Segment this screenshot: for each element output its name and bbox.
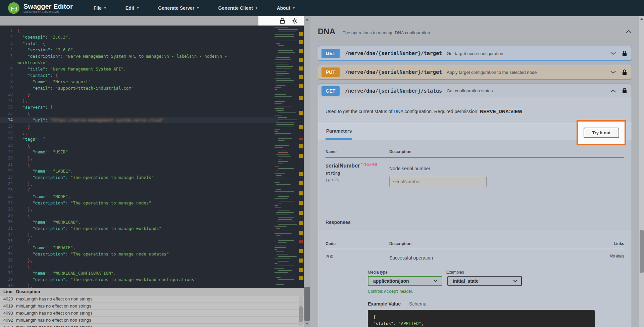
- code-editor[interactable]: 1{2 "openapi": "3.0.3",3 "info": {4 "ver…: [0, 26, 304, 288]
- warning-marker[interactable]: [299, 259, 303, 263]
- problems-scrollbar-thumb[interactable]: [299, 306, 303, 322]
- problem-row[interactable]: 4092minLength has no effect on non strin…: [0, 317, 304, 324]
- code-line[interactable]: 4 "version": "2.6.0",: [0, 47, 279, 53]
- opblock-put-target-header[interactable]: PUT /nerve/dna/{serialNumber}/target App…: [318, 65, 632, 79]
- lock-icon[interactable]: [622, 88, 627, 94]
- warning-markers-gutter[interactable]: [299, 26, 304, 288]
- code-line[interactable]: 26 "name": "NODE",: [0, 193, 279, 200]
- code-line[interactable]: 18 {: [0, 142, 279, 149]
- tab-parameters[interactable]: Parameters: [326, 123, 352, 140]
- warning-marker[interactable]: [299, 276, 303, 280]
- code-line[interactable]: 36 },: [0, 257, 279, 264]
- warning-marker[interactable]: [299, 84, 303, 88]
- code-line[interactable]: 1{: [0, 28, 279, 34]
- code-line[interactable]: 25 {: [0, 187, 279, 193]
- warning-marker[interactable]: [299, 181, 303, 185]
- warning-marker[interactable]: [299, 32, 303, 36]
- try-it-out-button[interactable]: Try it out: [584, 128, 619, 138]
- page-scrollbar-thumb[interactable]: [640, 230, 644, 273]
- warning-marker[interactable]: [299, 221, 303, 225]
- code-line[interactable]: 9 "email": "support@tttech-industrial.co…: [0, 85, 279, 91]
- warning-marker[interactable]: [299, 125, 303, 129]
- warning-marker[interactable]: [299, 172, 303, 176]
- code-line[interactable]: workloads\n",: [0, 59, 279, 66]
- warning-marker[interactable]: [299, 249, 303, 253]
- code-line[interactable]: 28 },: [0, 206, 279, 213]
- theme-brightness-icon[interactable]: [292, 18, 298, 24]
- warning-marker[interactable]: [299, 49, 303, 53]
- warning-marker[interactable]: [299, 66, 303, 71]
- lock-icon[interactable]: [622, 69, 627, 75]
- chevron-down-icon[interactable]: [610, 71, 616, 74]
- code-line[interactable]: 33 {: [0, 238, 279, 244]
- code-line[interactable]: 12 "servers": [: [0, 104, 279, 110]
- menu-generate-server[interactable]: Generate Server▼: [158, 5, 199, 11]
- chevron-up-icon[interactable]: [610, 89, 616, 93]
- code-line[interactable]: 30 "name": "WORKLOAD",: [0, 219, 279, 225]
- code-line[interactable]: 27 "description": "The operations to man…: [0, 200, 279, 206]
- code-line[interactable]: 34 "name": "UPDATE",: [0, 244, 279, 251]
- code-line[interactable]: 38 "name": "WORKLOAD_CONFIGURATION",: [0, 270, 279, 276]
- warning-marker[interactable]: [299, 144, 303, 148]
- examples-select[interactable]: initial_state: [447, 276, 522, 286]
- warning-marker[interactable]: [299, 96, 303, 100]
- code-line[interactable]: 24 },: [0, 181, 279, 187]
- editor-minimap[interactable]: [275, 26, 299, 288]
- code-line[interactable]: 8 "name": "Nerve support",: [0, 79, 279, 85]
- code-line[interactable]: 5 "description": "Nerve Management Syste…: [0, 53, 279, 59]
- code-line[interactable]: 3 "info": {: [0, 40, 279, 47]
- error-marker[interactable]: [299, 138, 303, 140]
- problems-scrollbar[interactable]: [299, 296, 303, 326]
- code-line[interactable]: 19 "name": "USER": [0, 149, 279, 155]
- warning-marker[interactable]: [299, 75, 303, 79]
- serial-number-input[interactable]: [389, 176, 487, 187]
- lock-icon[interactable]: [622, 51, 627, 56]
- menu-generate-client[interactable]: Generate Client▼: [218, 5, 258, 11]
- warning-marker[interactable]: [299, 40, 303, 44]
- code-line[interactable]: 31 "description": "The operations to man…: [0, 225, 279, 232]
- editor-scrollbar-thumb[interactable]: [304, 287, 310, 321]
- code-line[interactable]: 21 {: [0, 161, 279, 168]
- scroll-up-icon[interactable]: [304, 17, 310, 22]
- warning-marker[interactable]: [299, 111, 303, 115]
- warning-marker[interactable]: [299, 268, 303, 272]
- scroll-down-icon[interactable]: [304, 321, 310, 326]
- tab-schema[interactable]: Schema: [409, 301, 426, 307]
- error-marker[interactable]: [299, 240, 303, 243]
- code-line[interactable]: 11 },: [0, 98, 279, 104]
- page-scrollbar[interactable]: [639, 16, 644, 327]
- warning-marker[interactable]: [299, 191, 303, 195]
- warning-marker[interactable]: [299, 58, 303, 62]
- code-line[interactable]: 20 },: [0, 155, 279, 161]
- code-line[interactable]: 39 "description": "The operations to man…: [0, 276, 279, 283]
- code-line[interactable]: 17 "tags": [: [0, 136, 279, 142]
- code-line[interactable]: 2 "openapi": "3.0.3",: [0, 34, 279, 40]
- opblock-get-target-header[interactable]: GET /nerve/dna/{serialNumber}/target Get…: [318, 46, 632, 60]
- tag-section-header[interactable]: DNA The operations to manage DNA configu…: [318, 27, 632, 36]
- code-line[interactable]: 22 "name": "LABEL",: [0, 168, 279, 174]
- code-line[interactable]: 23 "description": "The operations to man…: [0, 174, 279, 181]
- editor-scrollbar[interactable]: [304, 16, 310, 327]
- problem-row[interactable]: 4162maxLength has no effect on non strin…: [0, 324, 304, 327]
- code-line[interactable]: 32 },: [0, 232, 279, 238]
- menu-file[interactable]: File▼: [94, 5, 107, 11]
- warning-marker[interactable]: [299, 211, 303, 215]
- problem-row[interactable]: 4020maxLength has no effect on non strin…: [0, 295, 304, 302]
- code-line[interactable]: 6 "title": "Nerve Management System API"…: [0, 66, 279, 72]
- chevron-up-icon[interactable]: [625, 30, 632, 34]
- code-line[interactable]: 10 }: [0, 91, 279, 98]
- opblock-get-status-header[interactable]: GET /nerve/dna/{serialNumber}/status Get…: [318, 84, 632, 98]
- scroll-up-icon[interactable]: [639, 17, 644, 21]
- code-line[interactable]: 14 "url": "https://nerve-management-syst…: [0, 117, 279, 123]
- chevron-down-icon[interactable]: [610, 52, 616, 55]
- code-line[interactable]: 16 ],: [0, 130, 279, 136]
- code-line[interactable]: 37 {: [0, 264, 279, 270]
- unlock-icon[interactable]: [280, 18, 286, 24]
- code-line[interactable]: 13 {: [0, 110, 279, 117]
- code-line[interactable]: 40 },: [0, 283, 279, 288]
- problem-row[interactable]: 4019minLength has no effect on non strin…: [0, 302, 304, 310]
- example-json-block[interactable]: { "status": "APPLIED", "message": "...": [368, 310, 595, 327]
- media-type-select[interactable]: application/json: [368, 276, 442, 286]
- warning-marker[interactable]: [299, 154, 303, 158]
- code-line[interactable]: 29 {: [0, 213, 279, 219]
